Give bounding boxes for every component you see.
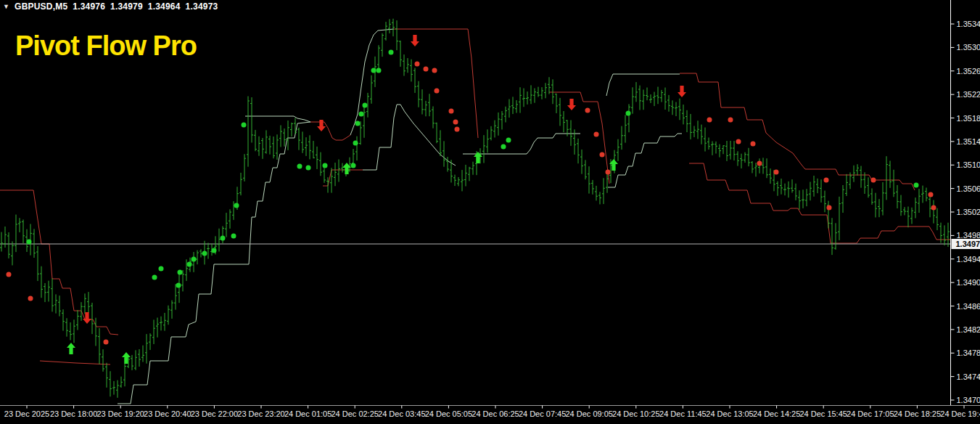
price-tick-label: 1.34825: [957, 325, 980, 334]
time-tick-label: 24 Dec 03:45: [378, 409, 425, 418]
buy-dot: [159, 266, 164, 272]
time-tick-label: 24 Dec 18:25: [894, 409, 941, 418]
buy-dot: [353, 141, 358, 146]
buy-dot: [192, 257, 197, 262]
price-tick-label: 1.34985: [957, 231, 980, 240]
sell-dot: [435, 89, 440, 94]
sell-dot: [827, 205, 832, 211]
buy-dot: [202, 251, 207, 256]
quote-close: 1.34973: [186, 1, 218, 12]
price-tick-label: 1.35265: [957, 67, 980, 76]
time-tick-label: 24 Dec 02:25: [331, 409, 378, 418]
time-tick-label: 24 Dec 14:25: [753, 409, 800, 418]
sell-dot: [757, 161, 762, 166]
price-tick-label: 1.35345: [957, 20, 980, 28]
sell-dot: [931, 205, 936, 211]
buy-dot: [187, 262, 192, 267]
sell-dot: [7, 272, 12, 277]
buy-dot: [242, 123, 247, 128]
buy-dot: [501, 144, 506, 150]
buy-dot: [351, 163, 356, 168]
sell-dot: [455, 127, 460, 132]
buy-dot: [234, 203, 239, 208]
time-tick-label: 24 Dec 11:45: [659, 409, 707, 418]
buy-dot: [176, 283, 181, 288]
price-tick-label: 1.34785: [957, 348, 980, 357]
quote-high: 1.34979: [110, 1, 143, 12]
current-price-badge-label: 1.34973: [956, 240, 980, 248]
time-tick-label: 24 Dec 01:05: [284, 409, 332, 418]
buy-dot: [323, 163, 328, 168]
time-tick-label: 24 Dec 17:05: [847, 409, 894, 418]
sell-dot: [824, 178, 829, 183]
price-chart-canvas[interactable]: 1.353451.353051.352651.352251.351851.351…: [0, 0, 980, 424]
time-tick-label: 23 Dec 20:40: [144, 409, 191, 418]
sell-dot: [28, 296, 33, 301]
buy-dot: [178, 270, 183, 275]
sell-dot: [415, 62, 420, 67]
sell-dot: [928, 192, 934, 197]
price-tick-label: 1.34705: [957, 396, 980, 404]
buy-dot: [389, 50, 394, 55]
buy-dot: [297, 164, 302, 169]
sell-dot: [736, 139, 741, 144]
price-tick-label: 1.35025: [957, 208, 980, 216]
symbol-timeframe-label: GBPUSD,M5: [15, 1, 67, 12]
price-tick-label: 1.34865: [957, 302, 980, 311]
sell-dot: [432, 68, 437, 73]
price-tick-label: 1.35145: [957, 137, 980, 146]
time-tick-label: 23 Dec 23:20: [237, 409, 284, 418]
time-tick-label: 23 Dec 2025: [4, 409, 49, 418]
buy-dot: [231, 234, 236, 239]
time-tick-label: 24 Dec 19:45: [940, 409, 980, 418]
sell-dot: [871, 178, 876, 183]
time-tick-label: 24 Dec 10:25: [612, 409, 659, 418]
price-tick-label: 1.34905: [957, 278, 980, 287]
buy-dot: [306, 166, 311, 171]
buy-dot: [27, 240, 32, 245]
buy-dot: [914, 183, 919, 188]
indicator-title: Pivot Flow Pro: [15, 30, 197, 62]
sell-dot: [424, 67, 429, 72]
quote-low: 1.34964: [148, 1, 181, 12]
sell-dot: [774, 170, 779, 175]
chart-collapse-icon[interactable]: ▼: [3, 3, 9, 10]
time-tick-label: 24 Dec 13:05: [706, 409, 753, 418]
time-tick-label: 24 Dec 06:25: [472, 409, 519, 418]
time-tick-label: 24 Dec 05:05: [425, 409, 472, 418]
sell-dot: [751, 142, 756, 147]
chart-quote-header: ▼ GBPUSD,M5 1.34976 1.34979 1.34964 1.34…: [3, 1, 218, 12]
sell-dot: [707, 118, 712, 123]
time-tick-label: 23 Dec 19:20: [96, 409, 144, 418]
buy-dot: [212, 248, 217, 253]
sell-dot: [594, 132, 599, 137]
buy-dot: [626, 111, 631, 116]
sell-dot: [449, 109, 454, 114]
chart-background: [0, 0, 980, 424]
time-tick-label: 24 Dec 15:45: [799, 409, 847, 418]
sell-dot: [728, 118, 733, 123]
price-tick-label: 1.35305: [957, 43, 980, 52]
buy-dot: [506, 138, 511, 143]
price-tick-label: 1.35065: [957, 184, 980, 193]
buy-dot: [371, 68, 376, 73]
buy-dot: [359, 112, 364, 117]
sell-dot: [453, 120, 458, 125]
time-tick-label: 23 Dec 18:00: [50, 409, 97, 418]
buy-dot: [152, 275, 157, 280]
mt4-chart-window: 1.353451.353051.352651.352251.351851.351…: [0, 0, 980, 424]
sell-dot: [606, 170, 611, 175]
quote-open: 1.34976: [73, 1, 105, 12]
price-tick-label: 1.35185: [957, 114, 980, 123]
sell-dot: [600, 152, 605, 158]
sell-dot: [104, 340, 109, 345]
buy-dot: [376, 68, 382, 73]
buy-dot: [221, 236, 226, 241]
price-tick-label: 1.34945: [957, 255, 980, 264]
time-tick-label: 24 Dec 07:45: [519, 409, 566, 418]
buy-dot: [363, 103, 368, 108]
price-tick-label: 1.34745: [957, 372, 980, 381]
sell-dot: [585, 108, 590, 113]
time-tick-label: 23 Dec 22:00: [191, 409, 238, 418]
price-tick-label: 1.35105: [957, 160, 980, 169]
